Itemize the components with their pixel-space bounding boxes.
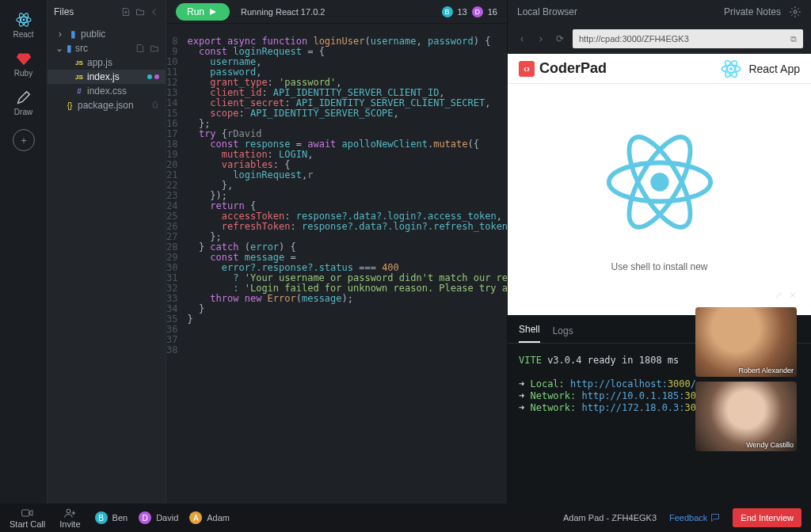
preview-hint: Use shell to install new	[611, 261, 707, 272]
url-bar[interactable]: http://cpad:3000/ZFH4EGK3 ⧉	[573, 29, 803, 48]
run-label: Run	[187, 6, 204, 17]
user-badge: A	[189, 511, 202, 524]
ruby-icon	[15, 50, 32, 67]
react-icon	[15, 11, 32, 28]
svg-rect-15	[21, 510, 29, 516]
tree-file-appjs[interactable]: JS app.js	[48, 55, 166, 70]
video-icon	[21, 507, 34, 519]
presence-badge: D	[472, 6, 483, 17]
react-hero-icon	[604, 127, 715, 238]
user-badge: D	[139, 511, 151, 524]
tab-shell[interactable]: Shell	[519, 324, 540, 343]
code-source[interactable]: export async function loginUser(username…	[185, 24, 507, 504]
nav-reload-icon[interactable]: ⟳	[554, 33, 566, 44]
start-call-button[interactable]: Start Call	[10, 507, 45, 529]
bottom-user[interactable]: BBen	[95, 511, 128, 524]
tree-label: src	[75, 43, 88, 54]
video-participant[interactable]: Wendy Castillo	[695, 382, 797, 451]
invite-button[interactable]: Invite	[59, 507, 80, 529]
rail-label: Ruby	[14, 69, 32, 78]
person-add-icon	[63, 507, 76, 519]
expand-icon[interactable]: ⤢	[775, 290, 782, 302]
tree-file-indexcss[interactable]: # index.css	[48, 84, 166, 98]
presence-badge: B	[442, 6, 453, 17]
svg-point-10	[729, 66, 733, 70]
svg-marker-4	[16, 54, 30, 66]
rail-item-ruby[interactable]: Ruby	[5, 45, 43, 84]
tab-logs[interactable]: Logs	[553, 325, 573, 343]
json-icon: {}	[65, 101, 74, 110]
tree-file-packagejson[interactable]: {} package.json	[48, 98, 166, 112]
line-gutter: 8910111213141516171819202122232425262728…	[166, 24, 185, 504]
run-button[interactable]: Run	[176, 3, 230, 21]
browser-title: Local Browser	[517, 6, 577, 17]
css-icon: #	[74, 86, 84, 96]
coderpad-mark-icon: ‹›	[519, 61, 535, 77]
tree-label: index.js	[87, 71, 120, 82]
participant-name: Wendy Castillo	[746, 441, 794, 449]
video-overlay[interactable]: ⤢ ✕ Robert Alexander Wendy Castillo	[695, 290, 797, 451]
chat-icon	[710, 513, 720, 522]
new-file-icon[interactable]	[121, 7, 131, 17]
folder-icon: ▮	[68, 29, 78, 39]
play-icon	[209, 8, 217, 16]
tree-label: package.json	[78, 100, 134, 111]
js-icon: JS	[74, 58, 84, 67]
svg-point-3	[22, 19, 25, 21]
new-folder-icon[interactable]	[135, 7, 145, 17]
svg-point-14	[650, 173, 668, 191]
nav-forward-icon[interactable]: ›	[535, 33, 547, 44]
user-name: Adam	[207, 513, 230, 522]
tree-label: app.js	[87, 57, 112, 68]
end-interview-button[interactable]: End Interview	[733, 508, 801, 527]
participant-name: Robert Alexander	[738, 367, 794, 374]
react-icon	[720, 58, 742, 80]
invite-label: Invite	[59, 519, 80, 529]
bottom-user[interactable]: DDavid	[139, 511, 178, 524]
start-call-label: Start Call	[10, 519, 45, 529]
private-notes-link[interactable]: Private Notes	[724, 6, 781, 17]
feedback-label: Feedback	[669, 513, 707, 522]
rail-item-draw[interactable]: Draw	[5, 84, 43, 123]
files-title: Files	[54, 6, 74, 17]
pad-label: Adam Pad - ZFH4EGK3	[563, 513, 657, 522]
user-badge: B	[95, 511, 108, 524]
add-tab-button[interactable]: ＋	[13, 129, 35, 151]
presence-count: 16	[488, 7, 497, 17]
gear-icon[interactable]	[789, 6, 801, 18]
video-participant[interactable]: Robert Alexander	[695, 307, 797, 377]
presence-count: 13	[458, 7, 467, 17]
collapse-panel-icon[interactable]	[150, 7, 159, 17]
url-text: http://cpad:3000/ZFH4EGK3	[579, 34, 689, 44]
nav-back-icon[interactable]: ‹	[516, 33, 528, 44]
svg-point-6	[794, 10, 797, 13]
presence-dots	[147, 74, 159, 79]
svg-marker-5	[210, 9, 216, 15]
editor-presence: B13D16	[442, 6, 498, 17]
close-icon[interactable]: ✕	[789, 290, 797, 302]
open-external-icon[interactable]: ⧉	[790, 34, 797, 44]
chevron-down-icon: ⌄	[55, 43, 63, 54]
bottom-user[interactable]: AAdam	[189, 511, 230, 524]
new-file-icon[interactable]	[135, 44, 145, 53]
user-name: David	[156, 513, 178, 522]
tree-file-indexjs[interactable]: JS index.js	[48, 70, 166, 84]
user-name: Ben	[112, 513, 128, 522]
js-icon: JS	[74, 72, 84, 82]
new-folder-icon[interactable]	[150, 44, 159, 53]
tree-folder-public[interactable]: › ▮ public	[48, 27, 166, 41]
svg-point-16	[67, 509, 70, 513]
feedback-link[interactable]: Feedback	[669, 513, 720, 522]
tree-label: index.css	[87, 86, 127, 97]
rail-item-react[interactable]: React	[5, 6, 43, 45]
rail-label: Draw	[14, 108, 32, 116]
rail-label: React	[13, 30, 33, 39]
coderpad-logo: ‹› CoderPad	[519, 60, 607, 77]
tree-label: public	[81, 28, 105, 40]
pencil-icon	[15, 89, 32, 106]
editor-status: Running React 17.0.2	[241, 7, 325, 17]
lock-icon	[151, 100, 159, 111]
chevron-right-icon: ›	[55, 29, 65, 39]
preview-app-label: React App	[748, 63, 800, 75]
folder-icon: ▮	[67, 43, 72, 54]
